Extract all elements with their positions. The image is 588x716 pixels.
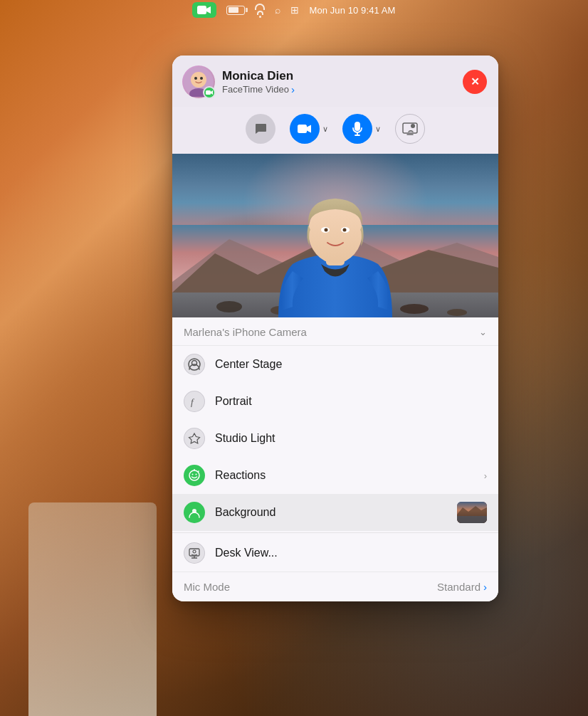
svg-text:f: f: [191, 396, 195, 407]
menu-item-background[interactable]: Background: [172, 494, 498, 531]
call-type: FaceTime Video ›: [222, 83, 295, 95]
center-stage-icon: [184, 354, 205, 375]
reactions-label: Reactions: [215, 469, 474, 482]
svg-point-17: [216, 301, 242, 312]
background-icon: [184, 502, 205, 523]
camera-source-row[interactable]: Marlena's iPhone Camera ⌄: [172, 317, 498, 346]
svg-point-2: [191, 72, 206, 88]
studio-light-icon: [184, 428, 205, 449]
call-header: Monica Dien FaceTime Video › ✕: [172, 56, 498, 107]
mic-mode-label: Mic Mode: [184, 581, 230, 593]
camera-source-label: Marlena's iPhone Camera: [184, 326, 307, 338]
svg-point-5: [200, 77, 203, 80]
menu-item-portrait[interactable]: f Portrait: [172, 383, 498, 420]
svg-line-35: [198, 471, 199, 473]
menubar-center: ⌕ ⊞ Mon Jun 10 9:41 AM: [192, 2, 395, 18]
svg-point-20: [447, 309, 467, 316]
dropdown-panel: Marlena's iPhone Camera ⌄ Center Stage f: [172, 317, 498, 601]
person-in-video: [264, 179, 406, 317]
message-button[interactable]: [246, 114, 275, 144]
desk-view-icon: [184, 542, 205, 564]
svg-point-26: [343, 228, 347, 232]
svg-rect-39: [457, 516, 487, 523]
svg-rect-11: [403, 123, 417, 133]
mic-button[interactable]: ∨: [342, 114, 381, 144]
svg-rect-8: [355, 122, 360, 131]
video-icon-circle: [290, 114, 320, 144]
desk-view-label: Desk View...: [215, 547, 487, 559]
background-thumbnail: [457, 502, 487, 523]
search-icon[interactable]: ⌕: [275, 4, 280, 16]
caller-text: Monica Dien FaceTime Video ›: [222, 69, 295, 95]
svg-point-43: [193, 550, 196, 553]
camera-source-chevron: ⌄: [479, 327, 487, 337]
battery-indicator: [226, 6, 245, 15]
reactions-chevron: ›: [484, 470, 487, 481]
svg-point-24: [325, 228, 328, 232]
facetime-window: Monica Dien FaceTime Video › ✕: [172, 56, 498, 601]
center-stage-label: Center Stage: [215, 358, 487, 371]
wifi-icon: [255, 4, 265, 18]
svg-point-33: [196, 474, 197, 475]
video-button[interactable]: ∨: [290, 114, 328, 144]
menu-item-studio-light[interactable]: Studio Light: [172, 420, 498, 457]
screen-share-button[interactable]: [395, 114, 425, 144]
screen-share-icon-circle: [395, 114, 425, 144]
caller-info: Monica Dien FaceTime Video ›: [182, 65, 295, 98]
studio-light-label: Studio Light: [215, 432, 487, 445]
svg-point-12: [411, 124, 415, 128]
svg-point-4: [194, 77, 197, 80]
menu-divider: [172, 532, 498, 533]
close-button[interactable]: ✕: [463, 70, 487, 94]
caller-name: Monica Dien: [222, 69, 295, 83]
svg-rect-0: [197, 6, 206, 14]
message-icon-circle: [246, 114, 275, 144]
portrait-icon: f: [184, 391, 205, 412]
avatar-container: [182, 65, 215, 98]
menu-item-desk-view[interactable]: Desk View...: [172, 535, 498, 572]
video-feed: [172, 154, 498, 317]
svg-rect-6: [206, 90, 211, 95]
background-decoration: [28, 502, 157, 716]
menu-item-reactions[interactable]: Reactions ›: [172, 457, 498, 494]
avatar-badge: [203, 86, 216, 99]
svg-marker-30: [189, 433, 200, 443]
video-chevron: ∨: [322, 125, 328, 134]
mic-icon-circle: [342, 114, 372, 144]
mic-mode-value: Standard ›: [437, 581, 487, 593]
svg-point-31: [189, 470, 199, 480]
control-center-icon[interactable]: ⊞: [290, 4, 299, 16]
facetime-menubar-icon[interactable]: [192, 2, 216, 18]
portrait-label: Portrait: [215, 395, 487, 408]
menubar-time: Mon Jun 10 9:41 AM: [309, 5, 395, 16]
mic-mode-row[interactable]: Mic Mode Standard ›: [172, 572, 498, 601]
svg-point-32: [192, 474, 194, 475]
mic-chevron: ∨: [375, 125, 381, 134]
controls-row: ∨ ∨: [172, 107, 498, 154]
svg-rect-7: [298, 125, 307, 133]
reactions-icon: [184, 465, 205, 486]
menu-item-center-stage[interactable]: Center Stage: [172, 346, 498, 383]
background-label: Background: [215, 506, 447, 519]
menubar: ⌕ ⊞ Mon Jun 10 9:41 AM: [0, 0, 588, 20]
